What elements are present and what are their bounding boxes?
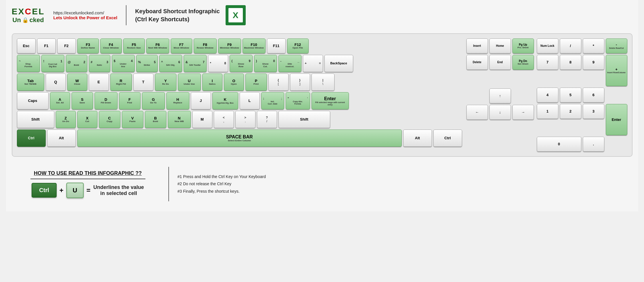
- key-k[interactable]: K Hyprlink Dlg. Box: [212, 92, 238, 109]
- key-g[interactable]: G Go To: [142, 92, 165, 109]
- key-esc[interactable]: Esc: [17, 38, 36, 53]
- key-f[interactable]: F Find: [119, 92, 141, 109]
- key-num7[interactable]: 7: [537, 55, 558, 70]
- key-o[interactable]: O Open: [224, 74, 244, 91]
- key-period[interactable]: > .: [235, 111, 255, 128]
- key-num8[interactable]: 8: [560, 55, 581, 70]
- key-arrow-right[interactable]: →: [512, 105, 534, 120]
- key-bracket-open[interactable]: { [: [268, 74, 289, 91]
- key-v[interactable]: V Paste: [122, 111, 143, 128]
- key-quote[interactable]: " ' Copy Abv. Formla: [286, 92, 310, 109]
- key-num5[interactable]: 5: [560, 88, 581, 103]
- key-home[interactable]: Home: [489, 38, 511, 53]
- key-y[interactable]: Y Re Do: [155, 74, 176, 91]
- key-r[interactable]: R Right Fill: [110, 74, 132, 91]
- key-q[interactable]: Q: [46, 74, 66, 91]
- key-equals[interactable]: + =: [303, 55, 323, 72]
- key-caps[interactable]: Caps: [17, 92, 49, 109]
- key-f11[interactable]: F11: [267, 38, 286, 53]
- key-6[interactable]: ^ 6 S/H Obj.: [159, 55, 182, 72]
- key-f3[interactable]: F3 Define Name: [77, 38, 99, 53]
- key-insert[interactable]: Insert: [466, 38, 488, 53]
- key-comma[interactable]: < ,: [214, 111, 234, 128]
- key-arrow-left[interactable]: ←: [466, 105, 488, 120]
- key-w[interactable]: W Close: [67, 74, 87, 91]
- key-arrow-down[interactable]: ↓: [489, 105, 511, 120]
- key-ctrl-right[interactable]: Ctrl: [433, 130, 462, 147]
- key-numenter[interactable]: Enter: [606, 104, 627, 135]
- key-pipe[interactable]: | \: [312, 74, 335, 91]
- key-num4[interactable]: 4: [537, 88, 558, 103]
- key-nummul[interactable]: *: [583, 38, 604, 53]
- key-space[interactable]: SPACE BAR Select Entire Column: [77, 130, 402, 147]
- key-end[interactable]: End: [489, 55, 511, 70]
- key-pgdn[interactable]: Pg Dn Nxt Sheet: [512, 55, 534, 70]
- key-l[interactable]: L: [240, 92, 260, 109]
- key-pgup[interactable]: Pg Up Prv. Sheet: [512, 38, 534, 53]
- key-f7[interactable]: F7 Move Window: [171, 38, 192, 53]
- url-text: https://excelunlocked.com/: [53, 10, 118, 15]
- key-f1[interactable]: F1: [37, 38, 56, 53]
- key-n[interactable]: N New WB: [168, 111, 191, 128]
- key-tab[interactable]: Tab Nxt TB/WB: [17, 74, 44, 91]
- key-3[interactable]: # 3 Italic: [89, 55, 110, 72]
- key-7[interactable]: & 7 S/H Toolbr: [184, 55, 207, 72]
- key-1[interactable]: ! 1 Frmt Cell Dlg Box: [41, 55, 64, 72]
- header-title: Keyboard Shortcut Infographic (Ctrl Key …: [135, 7, 220, 23]
- key-alt-right[interactable]: Alt: [403, 130, 432, 147]
- key-f6[interactable]: F6 Next WB Window: [146, 38, 169, 53]
- key-numplus[interactable]: + Insert Row/Column: [606, 55, 627, 86]
- key-f12[interactable]: F12 Open File: [287, 38, 309, 53]
- key-numlock[interactable]: Num Lock: [537, 38, 558, 53]
- key-x[interactable]: X Cut: [77, 111, 97, 128]
- key-shift-left[interactable]: Shift: [17, 111, 54, 128]
- key-s[interactable]: S Save: [72, 92, 93, 109]
- key-numdiv[interactable]: /: [560, 38, 581, 53]
- key-d[interactable]: D Fill Down: [95, 92, 118, 109]
- key-f10[interactable]: F10 Maximize Window: [243, 38, 266, 53]
- key-f9[interactable]: F9 Minimize Window: [218, 38, 241, 53]
- key-f4[interactable]: F4 Close Window: [100, 38, 122, 53]
- key-j[interactable]: J: [191, 92, 211, 109]
- key-minus[interactable]: - _ Dlte row/col.: [278, 55, 301, 72]
- key-a[interactable]: A Sel. All: [50, 92, 70, 109]
- key-8[interactable]: * 8: [208, 55, 228, 72]
- key-num3[interactable]: 3: [583, 104, 604, 119]
- key-z[interactable]: Z Un Do: [56, 111, 76, 128]
- key-numminus[interactable]: - Delete Row/Col: [606, 38, 627, 53]
- key-c[interactable]: C Copy: [99, 111, 120, 128]
- key-u[interactable]: U Under line: [178, 74, 201, 91]
- key-0[interactable]: ) 0 Show Col.: [254, 55, 277, 72]
- key-i[interactable]: I Italics: [202, 74, 222, 91]
- key-num6[interactable]: 6: [583, 88, 604, 103]
- key-num9[interactable]: 9: [583, 55, 604, 70]
- key-num2[interactable]: 2: [560, 104, 581, 119]
- key-slash[interactable]: ? /: [257, 111, 277, 128]
- key-shift-right[interactable]: Shift: [278, 111, 330, 128]
- key-p[interactable]: P Print: [245, 74, 267, 91]
- key-4[interactable]: $ 4 Under line: [112, 55, 135, 72]
- key-ctrl-left[interactable]: Ctrl: [17, 130, 46, 147]
- key-2[interactable]: @ 2 Bold: [66, 55, 87, 72]
- key-delete[interactable]: Delete: [466, 55, 488, 70]
- key-tilde[interactable]: ~ ` Disp. Formla: [17, 55, 40, 72]
- key-e[interactable]: E: [89, 74, 109, 91]
- key-f8[interactable]: F8 Resize Window: [194, 38, 217, 53]
- key-backspace[interactable]: BackSpace: [324, 55, 353, 72]
- key-t[interactable]: T: [133, 74, 153, 91]
- key-numdot[interactable]: .: [583, 137, 604, 152]
- key-enter[interactable]: Enter Fill selected range with current e…: [312, 92, 349, 109]
- key-alt-left[interactable]: Alt: [47, 130, 76, 147]
- key-num0[interactable]: 0: [537, 137, 581, 152]
- key-b[interactable]: B Bold: [145, 111, 166, 128]
- key-9[interactable]: ( 9 Show Row: [230, 55, 253, 72]
- key-h[interactable]: H Replace: [166, 92, 189, 109]
- key-f2[interactable]: F2: [57, 38, 76, 53]
- key-arrow-up[interactable]: ↑: [489, 88, 511, 103]
- key-num1[interactable]: 1: [537, 104, 558, 119]
- key-colon[interactable]: : ; Inrt. Curr. Date: [261, 92, 284, 109]
- key-5[interactable]: % 5 Strike: [136, 55, 158, 72]
- key-bracket-close[interactable]: } ]: [290, 74, 310, 91]
- key-f5[interactable]: F5 Restore Size: [123, 38, 145, 53]
- key-m[interactable]: M: [192, 111, 212, 128]
